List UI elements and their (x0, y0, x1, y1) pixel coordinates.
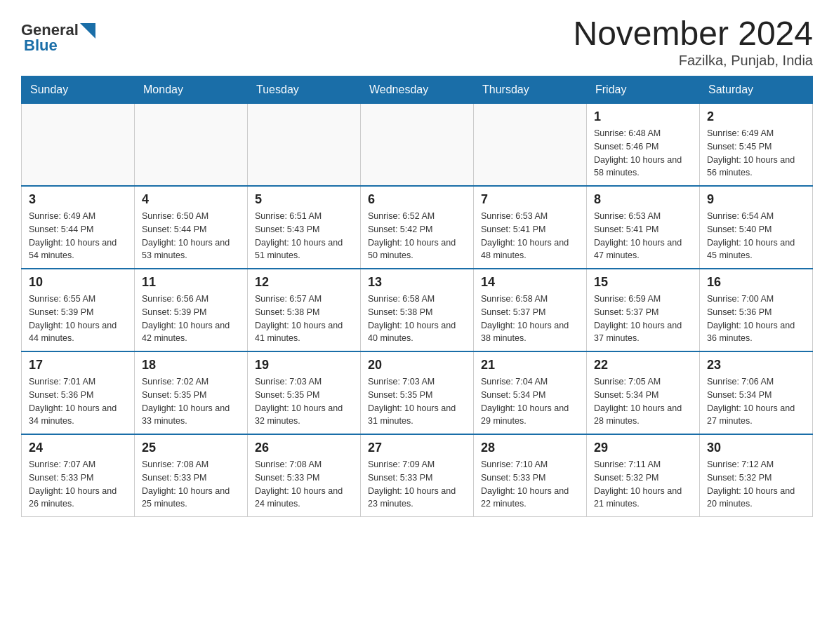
day-number: 24 (29, 441, 127, 455)
calendar-cell: 26Sunrise: 7:08 AM Sunset: 5:33 PM Dayli… (248, 434, 361, 517)
weekday-header-thursday: Thursday (474, 76, 587, 104)
day-info: Sunrise: 7:05 AM Sunset: 5:34 PM Dayligh… (594, 375, 692, 428)
calendar-cell: 25Sunrise: 7:08 AM Sunset: 5:33 PM Dayli… (135, 434, 248, 517)
calendar-cell: 14Sunrise: 6:58 AM Sunset: 5:37 PM Dayli… (474, 269, 587, 351)
calendar-cell: 3Sunrise: 6:49 AM Sunset: 5:44 PM Daylig… (22, 186, 135, 269)
calendar-cell: 10Sunrise: 6:55 AM Sunset: 5:39 PM Dayli… (22, 269, 135, 351)
calendar-cell: 12Sunrise: 6:57 AM Sunset: 5:38 PM Dayli… (248, 269, 361, 351)
calendar-cell: 8Sunrise: 6:53 AM Sunset: 5:41 PM Daylig… (587, 186, 700, 269)
day-info: Sunrise: 7:12 AM Sunset: 5:32 PM Dayligh… (707, 458, 805, 511)
weekday-header-friday: Friday (587, 76, 700, 104)
weekday-header-tuesday: Tuesday (248, 76, 361, 104)
calendar-cell: 6Sunrise: 6:52 AM Sunset: 5:42 PM Daylig… (361, 186, 474, 269)
day-number: 2 (707, 109, 805, 124)
day-number: 8 (594, 192, 692, 207)
calendar-cell: 17Sunrise: 7:01 AM Sunset: 5:36 PM Dayli… (22, 351, 135, 434)
calendar-cell: 5Sunrise: 6:51 AM Sunset: 5:43 PM Daylig… (248, 186, 361, 269)
day-number: 1 (594, 109, 692, 124)
calendar-cell: 28Sunrise: 7:10 AM Sunset: 5:33 PM Dayli… (474, 434, 587, 517)
weekday-header-sunday: Sunday (22, 76, 135, 104)
day-info: Sunrise: 7:09 AM Sunset: 5:33 PM Dayligh… (368, 458, 466, 511)
day-number: 12 (255, 275, 353, 290)
logo: General Blue (21, 21, 95, 55)
day-number: 17 (29, 358, 127, 373)
logo-triangle-icon (80, 23, 95, 39)
calendar-cell: 30Sunrise: 7:12 AM Sunset: 5:32 PM Dayli… (700, 434, 813, 517)
calendar-cell: 7Sunrise: 6:53 AM Sunset: 5:41 PM Daylig… (474, 186, 587, 269)
calendar-cell: 15Sunrise: 6:59 AM Sunset: 5:37 PM Dayli… (587, 269, 700, 351)
calendar-cell (248, 104, 361, 187)
day-info: Sunrise: 7:00 AM Sunset: 5:36 PM Dayligh… (707, 293, 805, 345)
calendar-cell: 21Sunrise: 7:04 AM Sunset: 5:34 PM Dayli… (474, 351, 587, 434)
weekday-header-wednesday: Wednesday (361, 76, 474, 104)
calendar-cell: 9Sunrise: 6:54 AM Sunset: 5:40 PM Daylig… (700, 186, 813, 269)
day-number: 26 (255, 441, 353, 455)
day-number: 5 (255, 192, 353, 207)
svg-marker-0 (80, 23, 95, 39)
day-number: 4 (142, 192, 240, 207)
day-number: 20 (368, 358, 466, 373)
calendar-week-4: 17Sunrise: 7:01 AM Sunset: 5:36 PM Dayli… (22, 351, 813, 434)
day-info: Sunrise: 6:56 AM Sunset: 5:39 PM Dayligh… (142, 293, 240, 345)
day-info: Sunrise: 6:49 AM Sunset: 5:44 PM Dayligh… (29, 210, 127, 262)
day-info: Sunrise: 7:11 AM Sunset: 5:32 PM Dayligh… (594, 458, 692, 511)
day-info: Sunrise: 7:07 AM Sunset: 5:33 PM Dayligh… (29, 458, 127, 511)
day-info: Sunrise: 6:58 AM Sunset: 5:38 PM Dayligh… (368, 293, 466, 345)
day-number: 18 (142, 358, 240, 373)
day-number: 25 (142, 441, 240, 455)
day-info: Sunrise: 6:57 AM Sunset: 5:38 PM Dayligh… (255, 293, 353, 345)
day-info: Sunrise: 7:08 AM Sunset: 5:33 PM Dayligh… (142, 458, 240, 511)
weekday-header-row: SundayMondayTuesdayWednesdayThursdayFrid… (22, 76, 813, 104)
month-title: November 2024 (573, 14, 813, 53)
day-number: 7 (481, 192, 579, 207)
calendar-cell: 4Sunrise: 6:50 AM Sunset: 5:44 PM Daylig… (135, 186, 248, 269)
calendar-cell (135, 104, 248, 187)
day-info: Sunrise: 6:53 AM Sunset: 5:41 PM Dayligh… (481, 210, 579, 262)
weekday-header-saturday: Saturday (700, 76, 813, 104)
day-info: Sunrise: 7:01 AM Sunset: 5:36 PM Dayligh… (29, 375, 127, 428)
day-number: 15 (594, 275, 692, 290)
calendar-week-5: 24Sunrise: 7:07 AM Sunset: 5:33 PM Dayli… (22, 434, 813, 517)
calendar-week-2: 3Sunrise: 6:49 AM Sunset: 5:44 PM Daylig… (22, 186, 813, 269)
calendar-cell: 2Sunrise: 6:49 AM Sunset: 5:45 PM Daylig… (700, 104, 813, 187)
calendar-cell: 18Sunrise: 7:02 AM Sunset: 5:35 PM Dayli… (135, 351, 248, 434)
calendar-cell (361, 104, 474, 187)
day-info: Sunrise: 6:58 AM Sunset: 5:37 PM Dayligh… (481, 293, 579, 345)
weekday-header-monday: Monday (135, 76, 248, 104)
day-info: Sunrise: 7:04 AM Sunset: 5:34 PM Dayligh… (481, 375, 579, 428)
day-info: Sunrise: 6:59 AM Sunset: 5:37 PM Dayligh… (594, 293, 692, 345)
calendar-week-1: 1Sunrise: 6:48 AM Sunset: 5:46 PM Daylig… (22, 104, 813, 187)
day-info: Sunrise: 6:53 AM Sunset: 5:41 PM Dayligh… (594, 210, 692, 262)
calendar-cell: 24Sunrise: 7:07 AM Sunset: 5:33 PM Dayli… (22, 434, 135, 517)
day-number: 16 (707, 275, 805, 290)
title-area: November 2024 Fazilka, Punjab, India (573, 14, 813, 69)
day-number: 9 (707, 192, 805, 207)
calendar-cell: 13Sunrise: 6:58 AM Sunset: 5:38 PM Dayli… (361, 269, 474, 351)
day-number: 6 (368, 192, 466, 207)
day-info: Sunrise: 6:48 AM Sunset: 5:46 PM Dayligh… (594, 127, 692, 180)
calendar-cell (474, 104, 587, 187)
day-info: Sunrise: 6:52 AM Sunset: 5:42 PM Dayligh… (368, 210, 466, 262)
calendar-cell: 16Sunrise: 7:00 AM Sunset: 5:36 PM Dayli… (700, 269, 813, 351)
calendar-cell: 1Sunrise: 6:48 AM Sunset: 5:46 PM Daylig… (587, 104, 700, 187)
page-header: General Blue November 2024 Fazilka, Punj… (21, 14, 813, 69)
calendar-cell: 23Sunrise: 7:06 AM Sunset: 5:34 PM Dayli… (700, 351, 813, 434)
calendar-cell (22, 104, 135, 187)
logo-blue-text: Blue (24, 36, 58, 55)
day-info: Sunrise: 7:10 AM Sunset: 5:33 PM Dayligh… (481, 458, 579, 511)
day-info: Sunrise: 6:55 AM Sunset: 5:39 PM Dayligh… (29, 293, 127, 345)
day-info: Sunrise: 6:54 AM Sunset: 5:40 PM Dayligh… (707, 210, 805, 262)
day-number: 3 (29, 192, 127, 207)
day-info: Sunrise: 7:02 AM Sunset: 5:35 PM Dayligh… (142, 375, 240, 428)
day-number: 11 (142, 275, 240, 290)
day-info: Sunrise: 7:06 AM Sunset: 5:34 PM Dayligh… (707, 375, 805, 428)
day-number: 29 (594, 441, 692, 455)
calendar-cell: 19Sunrise: 7:03 AM Sunset: 5:35 PM Dayli… (248, 351, 361, 434)
calendar-week-3: 10Sunrise: 6:55 AM Sunset: 5:39 PM Dayli… (22, 269, 813, 351)
day-info: Sunrise: 7:03 AM Sunset: 5:35 PM Dayligh… (255, 375, 353, 428)
day-info: Sunrise: 6:51 AM Sunset: 5:43 PM Dayligh… (255, 210, 353, 262)
location-title: Fazilka, Punjab, India (573, 53, 813, 69)
calendar-cell: 11Sunrise: 6:56 AM Sunset: 5:39 PM Dayli… (135, 269, 248, 351)
day-number: 19 (255, 358, 353, 373)
day-info: Sunrise: 6:50 AM Sunset: 5:44 PM Dayligh… (142, 210, 240, 262)
